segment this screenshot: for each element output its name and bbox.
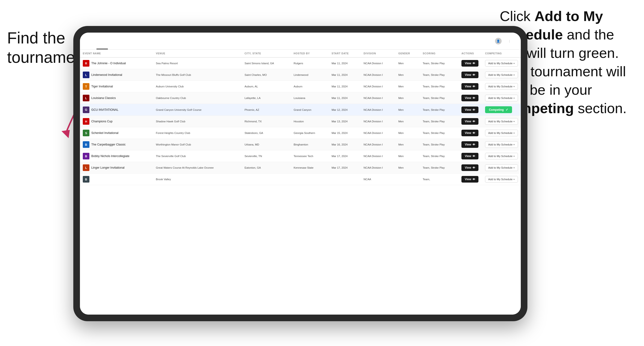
team-logo: B <box>83 153 90 160</box>
action-cell: View 👁 <box>458 162 482 173</box>
add-to-schedule-button[interactable]: Add to My Schedule + <box>485 141 518 148</box>
division-cell: NCAA Division I <box>361 81 396 92</box>
city-state-cell: Eatonton, GA <box>242 162 291 173</box>
event-name-text: Bobby Nichols Intercollegiate <box>91 155 129 158</box>
division-cell: NCAA Division I <box>361 104 396 116</box>
division-cell: NCAA Division I <box>361 151 396 162</box>
view-button[interactable]: View 👁 <box>462 164 478 171</box>
event-name-cell: B <box>80 173 153 185</box>
view-button[interactable]: View 👁 <box>462 83 478 90</box>
view-button[interactable]: View 👁 <box>462 141 478 148</box>
competing-cell: Add to My Schedule + <box>482 173 521 185</box>
event-name-text: Tiger Invitational <box>91 85 113 88</box>
col-gender: GENDER <box>396 50 420 57</box>
add-to-schedule-button[interactable]: Add to My Schedule + <box>485 95 518 101</box>
annotation-left: Find thetournament. <box>7 28 73 67</box>
event-name-cell: RThe Johnnie - O Individual <box>80 57 153 69</box>
team-logo: L <box>83 164 90 171</box>
division-cell: NCAA Division I <box>361 139 396 151</box>
venue-cell: Forest Heights Country Club <box>153 127 242 139</box>
event-name-text: Champions Cup <box>91 120 112 123</box>
add-to-schedule-button[interactable]: Add to My Schedule + <box>485 176 518 182</box>
table-body: RThe Johnnie - O IndividualSea Palms Res… <box>80 57 521 185</box>
start-date-cell <box>329 173 361 185</box>
division-cell: NCAA Division I <box>361 127 396 139</box>
scoring-cell: Team, Stroke Play <box>420 127 458 139</box>
view-button[interactable]: View 👁 <box>462 107 478 113</box>
add-to-schedule-button[interactable]: Add to My Schedule + <box>485 72 518 78</box>
tablet-screen: 👤 | EVENT NAME VENUE CITY, STATE HOSTED … <box>80 33 521 315</box>
scoring-cell: Team, Stroke Play <box>420 92 458 104</box>
competing-cell: Add to My Schedule + <box>482 116 521 127</box>
hosted-by-cell: Georgia Southern <box>291 127 329 139</box>
competing-cell: Add to My Schedule + <box>482 151 521 162</box>
city-state-cell <box>242 173 291 185</box>
svg-marker-0 <box>62 130 70 138</box>
scoring-cell: Team, Stroke Play <box>420 81 458 92</box>
team-logo: H <box>83 118 90 125</box>
city-state-cell: Statesboro, GA <box>242 127 291 139</box>
view-button[interactable]: View 👁 <box>462 118 478 125</box>
col-division: DIVISION <box>361 50 396 57</box>
start-date-cell: Mar 11, 2024 <box>329 81 361 92</box>
table-row: BThe Carpetbagger ClassicWorthington Man… <box>80 139 521 151</box>
action-cell: View 👁 <box>458 104 482 116</box>
team-logo: S <box>83 130 90 136</box>
competing-cell: Add to My Schedule + <box>482 69 521 81</box>
gender-cell: Men <box>396 92 420 104</box>
division-cell: NCAA Division I <box>361 57 396 69</box>
team-logo: L <box>83 72 90 78</box>
view-button[interactable]: View 👁 <box>462 130 478 136</box>
team-logo: T <box>83 83 90 90</box>
tablet-device: 👤 | EVENT NAME VENUE CITY, STATE HOSTED … <box>73 26 528 321</box>
start-date-cell: Mar 15, 2024 <box>329 127 361 139</box>
start-date-cell: Mar 11, 2024 <box>329 57 361 69</box>
add-to-schedule-button[interactable]: Add to My Schedule + <box>485 130 518 136</box>
event-name-text: GCU INVITATIONAL <box>91 108 118 112</box>
hosted-by-cell: Binghamton <box>291 139 329 151</box>
view-button[interactable]: View 👁 <box>462 72 478 78</box>
venue-cell: Oakbourne Country Club <box>153 92 242 104</box>
division-cell: NCAA Division I <box>361 92 396 104</box>
add-to-schedule-button[interactable]: Add to My Schedule + <box>485 83 518 90</box>
event-name-text: Louisiana Classics <box>91 96 116 100</box>
city-state-cell: Auburn, AL <box>242 81 291 92</box>
view-button[interactable]: View 👁 <box>462 176 478 182</box>
venue-cell: Brook Valley <box>153 173 242 185</box>
competing-button[interactable]: Competing ✓ <box>485 106 512 113</box>
event-name-cell: LLinger Longer Invitational <box>80 162 153 173</box>
event-name-cell: LLouisiana Classics <box>80 92 153 104</box>
add-to-schedule-button[interactable]: Add to My Schedule + <box>485 164 518 171</box>
hosted-by-cell: Kennesaw State <box>291 162 329 173</box>
app-header: 👤 | <box>80 33 521 50</box>
tab-teams[interactable] <box>108 40 119 49</box>
competing-cell: Add to My Schedule + <box>482 127 521 139</box>
competing-cell: Add to My Schedule + <box>482 92 521 104</box>
add-to-schedule-button[interactable]: Add to My Schedule + <box>485 118 518 125</box>
event-name-cell: SSchenkel Invitational <box>80 127 153 139</box>
hosted-by-cell: Grand Canyon <box>291 104 329 116</box>
division-cell: NCAA Division I <box>361 116 396 127</box>
tab-tournaments[interactable] <box>96 40 108 49</box>
start-date-cell: Mar 16, 2024 <box>329 139 361 151</box>
action-cell: View 👁 <box>458 116 482 127</box>
table-row: HChampions CupShadow Hawk Golf ClubRichm… <box>80 116 521 127</box>
city-state-cell: Phoenix, AZ <box>242 104 291 116</box>
city-state-cell: Saint Charles, MO <box>242 69 291 81</box>
table-row: SSchenkel InvitationalForest Heights Cou… <box>80 127 521 139</box>
competing-cell: Add to My Schedule + <box>482 162 521 173</box>
hosted-by-cell: Rutgers <box>291 57 329 69</box>
view-button[interactable]: View 👁 <box>462 95 478 101</box>
view-button[interactable]: View 👁 <box>462 60 478 67</box>
add-to-schedule-button[interactable]: Add to My Schedule + <box>485 153 518 160</box>
view-button[interactable]: View 👁 <box>462 153 478 160</box>
add-to-schedule-button[interactable]: Add to My Schedule + <box>485 60 518 67</box>
division-cell: NCAA <box>361 173 396 185</box>
scoring-cell: Team, Stroke Play <box>420 116 458 127</box>
team-logo: L <box>83 95 90 101</box>
tournaments-table: EVENT NAME VENUE CITY, STATE HOSTED BY S… <box>80 50 521 185</box>
gender-cell: Men <box>396 81 420 92</box>
event-name-text: Schenkel Invitational <box>91 131 118 135</box>
scoring-cell: Team, Stroke Play <box>420 162 458 173</box>
gender-cell: Men <box>396 116 420 127</box>
